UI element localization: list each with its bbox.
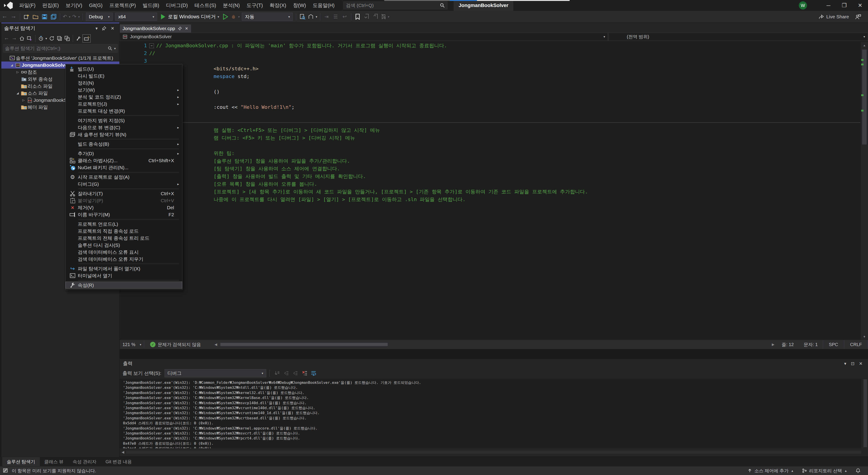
context-menu-item[interactable]: NuGet 패키지 관리(N)... bbox=[66, 164, 182, 171]
hscroll-left-icon[interactable]: ◀ bbox=[212, 343, 219, 347]
menu-5[interactable]: 프로젝트(P) bbox=[106, 0, 139, 11]
code-area[interactable]: 1−// JongmanBookSolver.cpp : 이 파일에는 'mai… bbox=[120, 42, 860, 340]
find-in-files-icon[interactable] bbox=[298, 12, 307, 21]
output-maximize-icon[interactable]: ⊡ bbox=[848, 361, 857, 366]
context-menu-item[interactable]: ↪파일 탐색기에서 폴더 열기(X) bbox=[66, 265, 182, 272]
document-tab[interactable]: JongmanBookSolver.cpp ✕ bbox=[120, 24, 191, 33]
home-icon[interactable] bbox=[18, 34, 26, 42]
output-window-position-icon[interactable]: ▾ bbox=[842, 361, 849, 366]
code-line[interactable]: 3 bbox=[149, 57, 860, 65]
hscroll-right-icon[interactable]: ▶ bbox=[770, 343, 777, 347]
scroll-up-icon[interactable]: ▲ bbox=[861, 42, 868, 49]
context-menu-item[interactable]: 분석 및 코드 정리(Z)▸ bbox=[66, 93, 182, 100]
account-avatar[interactable]: W bbox=[799, 1, 807, 9]
navigate-forward-icon[interactable]: ⭢ bbox=[9, 12, 18, 21]
code-line[interactable]: () bbox=[149, 88, 860, 96]
health-indicator-label[interactable]: 문제가 검색되지 않음 bbox=[158, 342, 201, 348]
editor-horizontal-scrollbar[interactable]: ◀ ▶ bbox=[212, 340, 777, 349]
context-menu-item[interactable]: 클래스 마법사(Z)...Ctrl+Shift+X bbox=[66, 157, 182, 164]
quick-search-input[interactable] bbox=[346, 3, 440, 8]
code-line[interactable]: 램 디버그: <F5> 키 또는 [디버그] > [디버깅 시작] 메뉴 bbox=[149, 134, 860, 142]
context-menu-item[interactable]: 프로젝트만(J)▸ bbox=[66, 100, 182, 108]
context-menu-item[interactable]: 빌드(U) bbox=[66, 65, 182, 72]
tool-window-tab[interactable]: 클래스 뷰 bbox=[40, 457, 68, 466]
context-menu-item[interactable]: 프로젝트의 전체 종속성 트리 로드 bbox=[66, 235, 182, 242]
eol-mode-indicator[interactable]: CRLF bbox=[844, 340, 868, 349]
menu-8[interactable]: 테스트(S) bbox=[191, 0, 219, 11]
context-menu-item[interactable]: 검색 데이터베이스 오류 지우기 bbox=[66, 256, 182, 263]
save-icon[interactable] bbox=[40, 12, 49, 21]
pin-icon[interactable] bbox=[100, 26, 108, 30]
tool-window-tab[interactable]: 솔루션 탐색기 bbox=[2, 457, 40, 466]
output-text[interactable]: 'JongmanBookSolver.exe'(Win32): 'D:₩Comm… bbox=[120, 379, 861, 448]
menu-1[interactable]: 파일(F) bbox=[16, 0, 39, 11]
refresh-icon[interactable] bbox=[48, 34, 56, 42]
menu-10[interactable]: 도구(T) bbox=[243, 0, 266, 11]
feedback-person-icon[interactable] bbox=[855, 13, 861, 20]
redo-icon[interactable]: ↷▾ bbox=[71, 12, 81, 21]
context-menu-item[interactable]: 다시 빌드(E) bbox=[66, 72, 182, 80]
code-line[interactable] bbox=[149, 111, 860, 119]
code-line[interactable]: 2// bbox=[149, 50, 860, 57]
solution-explorer-search-input[interactable] bbox=[5, 46, 108, 51]
save-all-icon[interactable] bbox=[49, 12, 58, 21]
navigate-back-icon[interactable]: ⭠ bbox=[0, 12, 9, 21]
find-message-icon[interactable] bbox=[273, 369, 282, 378]
code-line[interactable]: [팀 탐색기] 창을 사용하여 소스 제어에 연결합니다. bbox=[149, 165, 860, 173]
start-debugging-button[interactable]: 로컬 Windows 디버거▾ bbox=[160, 13, 219, 20]
code-line[interactable]: 나중에 이 프로젝트를 다시 열려면 [파일] > [열기] > [프로젝트]로… bbox=[149, 196, 860, 203]
hot-reload-icon[interactable]: ▾ bbox=[230, 12, 241, 21]
menu-2[interactable]: 편집(E) bbox=[39, 0, 62, 11]
uncomment-icon[interactable]: ↩ bbox=[340, 12, 349, 21]
tree-expander-icon[interactable]: ◢ bbox=[9, 63, 14, 67]
context-menu-item[interactable]: 터미널에서 열기 bbox=[66, 272, 182, 279]
output-vertical-scrollbar[interactable] bbox=[864, 379, 867, 447]
menu-12[interactable]: 창(W) bbox=[289, 0, 309, 11]
solution-explorer-search[interactable]: ▾ bbox=[3, 44, 118, 53]
indent-icon[interactable]: ⇥ bbox=[322, 12, 331, 21]
context-menu-item[interactable]: 보기(W)▸ bbox=[66, 86, 182, 93]
tool-window-tab[interactable]: 속성 관리자 bbox=[68, 457, 101, 466]
menu-9[interactable]: 분석(N) bbox=[219, 0, 243, 11]
menu-4[interactable]: Git(G) bbox=[86, 0, 106, 11]
se-forward-icon[interactable]: ⭢ bbox=[10, 34, 18, 42]
word-wrap-icon[interactable] bbox=[309, 369, 318, 378]
code-line[interactable]: mespace std; bbox=[149, 72, 860, 80]
add-to-source-control-button[interactable]: 소스 제어에 추가▲ bbox=[743, 467, 798, 475]
output-source-dropdown[interactable]: 디버그▾ bbox=[164, 369, 266, 377]
next-bookmark-icon[interactable] bbox=[371, 12, 380, 21]
clear-output-icon[interactable] bbox=[300, 369, 309, 378]
window-position-icon[interactable]: ▾ bbox=[93, 26, 100, 31]
zoom-dropdown[interactable]: 121 %▾ bbox=[120, 341, 144, 348]
context-menu-item[interactable]: 추가(D)▸ bbox=[66, 150, 182, 157]
code-line[interactable]: 램 실행: <Ctrl+F5> 또는 [디버그] > [디버깅하지 않고 시작]… bbox=[149, 126, 860, 134]
code-line[interactable]: [출력] 창을 사용하여 빌드 출력 및 기타 메시지를 확인합니다. bbox=[149, 173, 860, 180]
comment-icon[interactable]: ☰ bbox=[331, 12, 340, 21]
code-line[interactable]: [프로젝트] > [새 항목 추가]로 이동하여 새 코드 파일을 만들거나, … bbox=[149, 188, 860, 196]
platform-dropdown[interactable]: x64▾ bbox=[115, 13, 157, 21]
context-menu-item[interactable]: 이름 바꾸기(M)F2 bbox=[66, 211, 182, 218]
configuration-dropdown[interactable]: Debug▾ bbox=[86, 13, 113, 21]
context-menu-item[interactable]: 솔루션 다시 검사(S) bbox=[66, 242, 182, 248]
next-message-icon[interactable] bbox=[291, 369, 300, 378]
search-options-chevron[interactable]: ▾ bbox=[114, 47, 116, 50]
sync-with-active-icon[interactable] bbox=[63, 34, 71, 42]
context-menu-item[interactable]: 새 솔루션 탐색기 뷰(N) bbox=[66, 131, 182, 138]
pin-tab-icon[interactable] bbox=[178, 27, 182, 30]
context-menu-item[interactable]: 잘라내기(T)Ctrl+X bbox=[66, 190, 182, 197]
code-line[interactable]: 1−// JongmanBookSolver.cpp : 이 파일에는 'mai… bbox=[149, 42, 860, 50]
nav-scope-dropdown[interactable]: (전역 범위)▾ bbox=[608, 33, 868, 41]
context-menu-item[interactable]: 정리(N) bbox=[66, 80, 182, 86]
context-menu-item[interactable]: 프로젝트의 직접 종속성 로드 bbox=[66, 228, 182, 235]
code-line[interactable]: <bits/stdc++.h> bbox=[149, 65, 860, 72]
attach-mode-dropdown[interactable]: 자동▾ bbox=[242, 13, 293, 21]
toggle-bookmark-icon[interactable] bbox=[353, 12, 362, 21]
context-menu-item[interactable]: 검색 데이터베이스 오류 표시 bbox=[66, 248, 182, 256]
code-line[interactable]: [오류 목록] 창을 사용하여 오류를 봅니다. bbox=[149, 180, 860, 188]
tree-item[interactable]: 솔루션 'JongmanBookSolver' (1/1개 프로젝트) bbox=[1, 55, 119, 61]
clear-bookmarks-icon[interactable]: ▾ bbox=[380, 12, 391, 21]
code-line[interactable] bbox=[149, 142, 860, 149]
health-check-icon[interactable]: ✓ bbox=[150, 342, 156, 347]
close-button[interactable]: ✕ bbox=[852, 0, 868, 11]
show-all-files-toggle[interactable] bbox=[83, 34, 91, 42]
